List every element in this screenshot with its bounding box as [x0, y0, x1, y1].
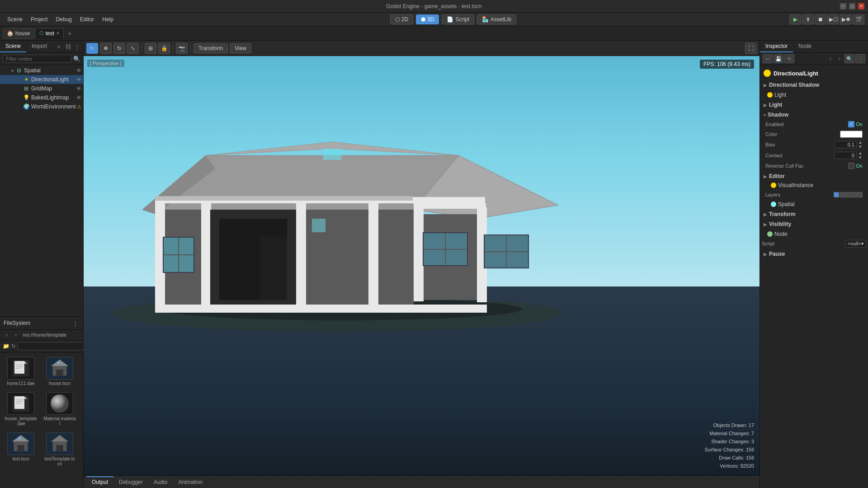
fs-item-material-label: Material.material	[43, 416, 76, 426]
movie-button[interactable]: 🎬	[853, 14, 864, 24]
visibility-section-header[interactable]: ▶ Visibility	[760, 220, 868, 229]
fs-refresh-button[interactable]: ↻	[11, 342, 16, 351]
search-icon[interactable]: 🔍	[73, 56, 80, 62]
editor-section-header[interactable]: ▶ Editor	[760, 172, 868, 181]
fs-forward-button[interactable]: ›	[12, 331, 20, 339]
ins-nav-prev[interactable]: ‹	[826, 55, 835, 63]
layer-1[interactable]	[834, 192, 839, 197]
visual-instance-sub[interactable]: VisualInstance	[764, 181, 864, 190]
light-section-header[interactable]: ▶ Light	[760, 100, 868, 109]
play-scene-button[interactable]: ▶⬡	[827, 14, 839, 24]
node-tab[interactable]: Node	[793, 41, 817, 52]
scene-tab[interactable]: Scene	[0, 41, 26, 52]
ins-menu-btn[interactable]: ⋮	[855, 54, 865, 63]
transform-section-header[interactable]: ▶ Transform	[760, 210, 868, 219]
tree-item-spatial[interactable]: ▾ ⊙ Spatial 👁	[0, 66, 83, 75]
scene-options-button[interactable]: ⋮	[72, 42, 81, 51]
ins-search-btn[interactable]: 🔍	[844, 54, 854, 63]
fs-item-housetemplatedae[interactable]: house_template.dae	[3, 390, 39, 428]
tab-house[interactable]: 🏠 house	[3, 28, 34, 39]
script-dropdown[interactable]: <null> ▾	[845, 240, 866, 248]
play-custom-button[interactable]: ▶✱	[840, 14, 852, 24]
fs-item-housetscn[interactable]: house.tscn	[42, 355, 78, 388]
script-button[interactable]: 📄 Script	[442, 14, 474, 24]
gridmap-visibility[interactable]: 👁	[76, 86, 81, 91]
layer-4[interactable]	[851, 192, 857, 197]
layer-5[interactable]	[857, 192, 863, 197]
layer-3[interactable]	[845, 192, 851, 197]
shadow-color-swatch[interactable]	[840, 131, 863, 138]
ins-reload-btn[interactable]: ↻	[784, 54, 794, 63]
shadow-enabled-checkbox[interactable]	[848, 121, 854, 127]
menu-project[interactable]: Project	[27, 14, 51, 24]
shadow-bias-field[interactable]: 0.1	[834, 141, 857, 148]
pause-section-header[interactable]: ▶ Pause	[760, 249, 868, 258]
ins-save-btn[interactable]: 💾	[774, 54, 783, 63]
menu-debug[interactable]: Debug	[52, 14, 75, 24]
directional-light-visibility[interactable]: 👁	[76, 77, 81, 82]
output-tab[interactable]: Output	[86, 476, 113, 487]
shadow-bias-down[interactable]: ▼	[858, 145, 863, 149]
tree-item-baked-lightmap[interactable]: 💡 BakedLightmap 👁	[0, 93, 83, 102]
view-button[interactable]: View	[230, 43, 251, 53]
ins-history-back[interactable]: ↩	[763, 54, 773, 63]
scale-tool-button[interactable]: ⤡	[127, 43, 139, 54]
camera-button[interactable]: 📷	[176, 43, 188, 54]
fs-search-input[interactable]	[18, 342, 85, 350]
close-button[interactable]: ✕	[858, 3, 864, 9]
spatial-sub[interactable]: Spatial	[764, 200, 864, 209]
tree-item-gridmap[interactable]: ⊞ GridMap 👁	[0, 84, 83, 93]
menu-help[interactable]: Help	[99, 14, 117, 24]
inspector-tab[interactable]: Inspector	[760, 41, 793, 52]
expand-spatial[interactable]: ▾	[9, 68, 15, 73]
search-input[interactable]	[3, 55, 71, 63]
baked-lightmap-visibility[interactable]: 👁	[76, 95, 81, 100]
menu-scene[interactable]: Scene	[4, 14, 26, 24]
layer-2[interactable]	[840, 192, 845, 197]
stop-button[interactable]: ⏹	[815, 14, 826, 24]
fs-item-home111dae[interactable]: home111.dae	[3, 355, 39, 388]
ins-nav-next[interactable]: ›	[835, 55, 844, 63]
select-tool-button[interactable]: ↖	[86, 43, 98, 54]
directional-shadow-header[interactable]: ▶ Directional Shadow	[760, 80, 868, 89]
maximize-button[interactable]: □	[849, 3, 855, 9]
menu-editor[interactable]: Editor	[76, 14, 98, 24]
tree-item-directional-light[interactable]: ☀ DirectionalLight 👁	[0, 75, 83, 84]
3d-viewport[interactable]: FPS: 106 (9.43 ms) [ Perspective ] Objec…	[84, 56, 760, 475]
transform-button[interactable]: Transform	[193, 43, 228, 53]
fs-item-material[interactable]: Material.material	[42, 390, 78, 428]
filesystem-options-button[interactable]: ⋮	[71, 319, 80, 328]
minimize-button[interactable]: ─	[840, 3, 846, 9]
fs-new-folder-button[interactable]: 📁	[3, 342, 9, 351]
reverse-cull-checkbox[interactable]	[848, 163, 854, 169]
tab-test[interactable]: ⬡ test ✕	[35, 28, 64, 39]
shadow-contact-down[interactable]: ▼	[858, 155, 863, 160]
shadow-section-header[interactable]: ▾ Shadow	[760, 110, 868, 119]
import-tab[interactable]: Import	[26, 41, 52, 52]
fullscreen-button[interactable]: ⛶	[745, 43, 757, 54]
spatial-visibility-toggle[interactable]: 👁	[76, 68, 81, 73]
assetlib-button[interactable]: 🏪 AssetLib	[477, 14, 516, 24]
pause-button[interactable]: ⏸	[802, 14, 814, 24]
fs-item-testtemplatedae[interactable]: testTemplate.tscn	[42, 431, 78, 468]
animation-tab[interactable]: Animation	[173, 477, 208, 487]
test-tab-close[interactable]: ✕	[56, 31, 60, 36]
audio-tab[interactable]: Audio	[148, 477, 173, 487]
chain-node-button[interactable]: ⛓	[63, 42, 72, 51]
move-tool-button[interactable]: ✥	[100, 43, 112, 54]
add-node-button[interactable]: +	[54, 42, 63, 51]
tree-item-world-environment[interactable]: 🌍 WorldEnvironment ⚠	[0, 102, 83, 111]
add-tab-button[interactable]: +	[65, 28, 75, 38]
debugger-tab[interactable]: Debugger	[113, 477, 148, 487]
snap-button[interactable]: 🔒	[158, 43, 170, 54]
light-sub-header[interactable]: Light	[760, 90, 868, 99]
use-local-space-button[interactable]: ⊞	[145, 43, 156, 54]
fs-back-button[interactable]: ‹	[3, 331, 11, 339]
fs-item-testtscn[interactable]: test.tscn	[3, 431, 39, 468]
3d-button[interactable]: ⬢ 3D	[416, 14, 439, 24]
2d-button[interactable]: ⬡ 2D	[390, 14, 413, 24]
play-button[interactable]: ▶	[789, 14, 801, 24]
node-sub-header[interactable]: Node	[760, 230, 868, 239]
rotate-tool-button[interactable]: ↻	[113, 43, 125, 54]
shadow-contact-field[interactable]: 0	[834, 152, 857, 159]
